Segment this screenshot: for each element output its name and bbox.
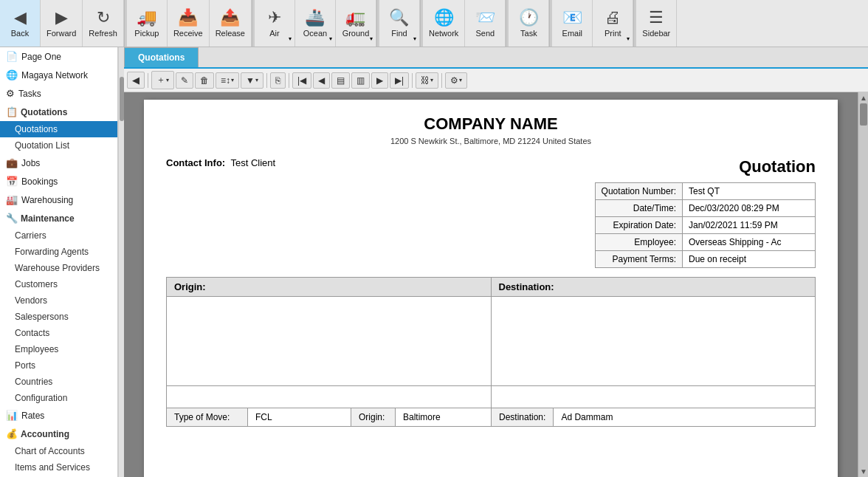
sidebar-scrollbar[interactable] <box>118 47 124 477</box>
doc-btn-link[interactable]: ⛓▾ <box>416 72 438 89</box>
toolbar-btn-air[interactable]: ✈Air <box>255 0 295 47</box>
sidebar-item-magaya-network[interactable]: 🌐Magaya Network <box>0 66 117 84</box>
toolbar-btn-ocean[interactable]: 🚢Ocean <box>295 0 336 47</box>
sidebar-item-quotation-list[interactable]: Quotation List <box>0 137 117 154</box>
doc-btn-delete[interactable]: 🗑 <box>195 72 214 89</box>
toolbar-btn-receive[interactable]: 📥Receive <box>168 0 210 47</box>
toolbar-btn-task[interactable]: 🕐Task <box>509 0 549 47</box>
toolbar-btn-pickup[interactable]: 🚚Pickup <box>127 0 168 47</box>
scroll-down[interactable]: ▼ <box>858 466 868 477</box>
sidebar-icon-magaya-network: 🌐 <box>6 69 18 80</box>
toolbar-btn-print[interactable]: 🖨Print <box>593 0 633 47</box>
contact-info-label: Contact Info: <box>166 157 225 168</box>
doc-scrollbar[interactable]: ▲ ▼ <box>858 92 868 477</box>
move-type-value: FCL <box>248 408 351 426</box>
sidebar-item-chart-of-accounts[interactable]: Chart of Accounts <box>0 443 117 459</box>
sidebar-icon-jobs: 💼 <box>6 157 18 168</box>
toolbar-btn-network[interactable]: 🌐Network <box>423 0 465 47</box>
sidebar-group-accounting[interactable]: 💰Accounting <box>0 425 117 443</box>
doc-btn-sort[interactable]: ≡↕▾ <box>216 72 239 89</box>
sidebar-group-label-accounting: Accounting <box>21 429 69 439</box>
doc-btn-first[interactable]: |◀ <box>292 72 311 89</box>
sidebar-item-jobs[interactable]: 💼Jobs <box>0 154 117 172</box>
toolbar-icon-print: 🖨 <box>604 10 621 26</box>
toolbar-label-send: Send <box>475 29 495 38</box>
toolbar-label-ground: Ground <box>342 29 370 38</box>
main-area: 📄Page One🌐Magaya Network⚙Tasks📋Quotation… <box>0 47 868 477</box>
toolbar-btn-refresh[interactable]: ↻Refresh <box>83 0 124 47</box>
sidebar-group-icon-quotations-group: 📋 <box>6 106 18 117</box>
tab-quotations-tab[interactable]: Quotations <box>124 47 199 67</box>
sidebar-item-vendors[interactable]: Vendors <box>0 292 117 309</box>
toolbar-label-pickup: Pickup <box>134 29 159 38</box>
doc-btn-arrow-add: ▾ <box>166 77 169 83</box>
sidebar-item-configuration[interactable]: Configuration <box>0 390 117 406</box>
origin-cell: Origin: <box>167 278 492 408</box>
sidebar-item-contacts[interactable]: Contacts <box>0 325 117 341</box>
sidebar-item-employees[interactable]: Employees <box>0 341 117 357</box>
origin-body <box>167 297 491 385</box>
origin-row <box>167 385 491 408</box>
sidebar-label-tasks: Tasks <box>18 89 41 99</box>
scroll-up[interactable]: ▲ <box>858 92 868 103</box>
sidebar-icon-warehousing: 🏭 <box>6 194 18 205</box>
sidebar-group-maintenance[interactable]: 🔧Maintenance <box>0 209 117 227</box>
doc-btn-edit[interactable]: ✎ <box>176 72 193 89</box>
origin-label2: Origin: <box>351 408 396 426</box>
sidebar-icon-bookings: 📅 <box>6 176 18 187</box>
toolbar-btn-ground[interactable]: 🚛Ground <box>336 0 376 47</box>
sidebar-scroll-thumb[interactable] <box>120 77 124 121</box>
sidebar-group-label-maintenance: Maintenance <box>21 213 75 224</box>
sidebar-item-salespersons[interactable]: Salespersons <box>0 309 117 325</box>
toolbar-btn-back[interactable]: ◀Back <box>0 0 41 47</box>
sidebar-item-page-one[interactable]: 📄Page One <box>0 47 117 66</box>
info-value-3: Overseas Shipping - Ac <box>683 234 816 251</box>
sidebar-item-countries[interactable]: Countries <box>0 374 117 390</box>
sidebar-item-rates[interactable]: 📊Rates <box>0 406 117 425</box>
sidebar-item-items-and-services[interactable]: Items and Services <box>0 459 117 476</box>
sidebar: 📄Page One🌐Magaya Network⚙Tasks📋Quotation… <box>0 47 118 477</box>
doc-btn-next[interactable]: ▶ <box>371 72 388 89</box>
toolbar-btn-send[interactable]: 📨Send <box>465 0 506 47</box>
doc-btn-icon-first: |◀ <box>297 75 306 86</box>
toolbar-btn-forward[interactable]: ▶Forward <box>41 0 83 47</box>
doc-nav-left[interactable]: ◀ <box>127 72 145 89</box>
doc-btn-icon-delete: 🗑 <box>200 75 209 86</box>
sidebar-item-warehouse-providers[interactable]: Warehouse Providers <box>0 260 117 276</box>
sidebar-item-quotations[interactable]: Quotations <box>0 121 117 137</box>
sidebar-item-carriers[interactable]: Carriers <box>0 227 117 244</box>
sidebar-item-tasks[interactable]: ⚙Tasks <box>0 84 117 103</box>
origin-header: Origin: <box>167 278 491 297</box>
sidebar-item-warehousing[interactable]: 🏭Warehousing <box>0 191 117 209</box>
sidebar-group-quotations-group[interactable]: 📋Quotations <box>0 103 117 121</box>
toolbar-label-air: Air <box>269 29 279 38</box>
sidebar-item-customers[interactable]: Customers <box>0 276 117 292</box>
sidebar-icon-rates: 📊 <box>6 410 18 421</box>
sidebar-item-ports[interactable]: Ports <box>0 357 117 374</box>
toolbar-btn-find[interactable]: 🔍Find <box>379 0 420 47</box>
sidebar-item-forwarding-agents[interactable]: Forwarding Agents <box>0 244 117 260</box>
doc-btn-settings[interactable]: ⚙▾ <box>445 72 467 89</box>
toolbar-label-refresh: Refresh <box>89 29 117 38</box>
doc-view[interactable]: COMPANY NAME 1200 S Newkirk St., Baltimo… <box>124 92 858 477</box>
doc-page: COMPANY NAME 1200 S Newkirk St., Baltimo… <box>144 100 838 477</box>
doc-btn-icon-add: ＋ <box>156 74 165 86</box>
doc-btn-doc1[interactable]: ▤ <box>331 72 350 89</box>
doc-btn-filter[interactable]: ▼▾ <box>241 72 264 89</box>
doc-btn-last[interactable]: ▶| <box>390 72 409 89</box>
toolbar-label-sidebar: Sidebar <box>642 29 670 38</box>
doc-btn-prev[interactable]: ◀ <box>313 72 330 89</box>
toolbar-btn-release[interactable]: 📤Release <box>210 0 252 47</box>
sidebar-item-bookings[interactable]: 📅Bookings <box>0 172 117 191</box>
sidebar-group-icon-maintenance: 🔧 <box>6 213 18 224</box>
sidebar-label-warehousing: Warehousing <box>21 195 73 205</box>
destination-value: Ad Dammam <box>554 408 815 426</box>
toolbar-btn-email[interactable]: 📧Email <box>552 0 593 47</box>
toolbar-btn-sidebar[interactable]: ☰Sidebar <box>636 0 677 47</box>
doc-btn-add[interactable]: ＋▾ <box>151 71 174 89</box>
doc-btn-doc2[interactable]: ▥ <box>351 72 370 89</box>
scroll-thumb[interactable] <box>860 103 867 126</box>
doc-btn-copy[interactable]: ⎘ <box>270 72 286 89</box>
doc-btn-icon-next: ▶ <box>376 75 383 86</box>
info-value-2: Jan/02/2021 11:59 PM <box>683 217 816 234</box>
